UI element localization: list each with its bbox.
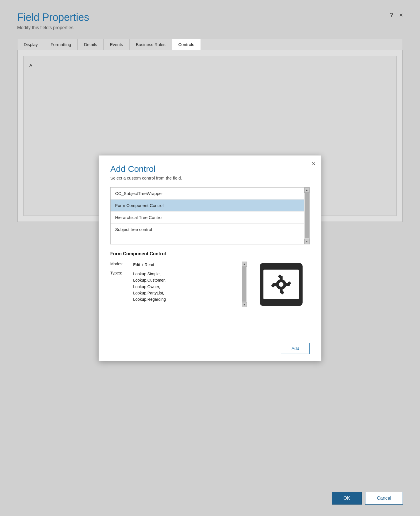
- modal-title: Add Control: [110, 164, 310, 174]
- control-detail-body: Modes: Edit + Read Types: Lookup.Simple,…: [110, 262, 310, 307]
- modal-subtitle: Select a custom control from the field.: [110, 176, 310, 180]
- modal-body: Add Control Select a custom control from…: [99, 156, 321, 338]
- detail-rows: Modes: Edit + Read Types: Lookup.Simple,…: [110, 262, 230, 303]
- scroll-down-arrow[interactable]: ▼: [304, 239, 309, 244]
- types-label: Types:: [110, 271, 133, 303]
- scroll-thumb: [305, 193, 309, 238]
- list-scrollbar[interactable]: ▲ ▼: [304, 188, 309, 244]
- detail-scrollbar[interactable]: ▲ ▼: [242, 262, 247, 307]
- control-list: CC_SubjectTreeWrapper Form Component Con…: [111, 188, 309, 244]
- control-icon-area: [253, 262, 310, 307]
- list-item-selected[interactable]: Form Component Control: [111, 200, 309, 212]
- detail-scroll-up[interactable]: ▲: [242, 262, 247, 267]
- detail-scroll-thumb: [242, 267, 246, 302]
- control-detail-info: Modes: Edit + Read Types: Lookup.Simple,…: [110, 262, 247, 307]
- control-list-container: CC_SubjectTreeWrapper Form Component Con…: [110, 187, 310, 244]
- modal-overlay: × Add Control Select a custom control fr…: [0, 0, 420, 516]
- modal-footer: Add: [99, 338, 321, 361]
- scroll-up-arrow[interactable]: ▲: [304, 188, 309, 193]
- list-item[interactable]: Subject tree control: [111, 224, 309, 235]
- list-item[interactable]: Hierarchical Tree Control: [111, 212, 309, 224]
- modal-close-icon[interactable]: ×: [312, 161, 315, 167]
- selected-control-title: Form Component Control: [110, 251, 310, 256]
- types-value: Lookup.Simple,Lookup.Customer,Lookup.Own…: [133, 271, 166, 303]
- svg-point-3: [279, 282, 283, 287]
- control-icon-svg: [258, 262, 304, 307]
- detail-scroll-down[interactable]: ▼: [242, 302, 247, 307]
- page-container: Field Properties Modify this field's pro…: [0, 0, 420, 516]
- modes-label: Modes:: [110, 262, 133, 268]
- add-control-modal: × Add Control Select a custom control fr…: [99, 155, 321, 361]
- modes-row: Modes: Edit + Read: [110, 262, 230, 268]
- modes-value: Edit + Read: [133, 262, 154, 268]
- list-item[interactable]: CC_SubjectTreeWrapper: [111, 188, 309, 200]
- add-button[interactable]: Add: [281, 343, 310, 354]
- types-row: Types: Lookup.Simple,Lookup.Customer,Loo…: [110, 271, 230, 303]
